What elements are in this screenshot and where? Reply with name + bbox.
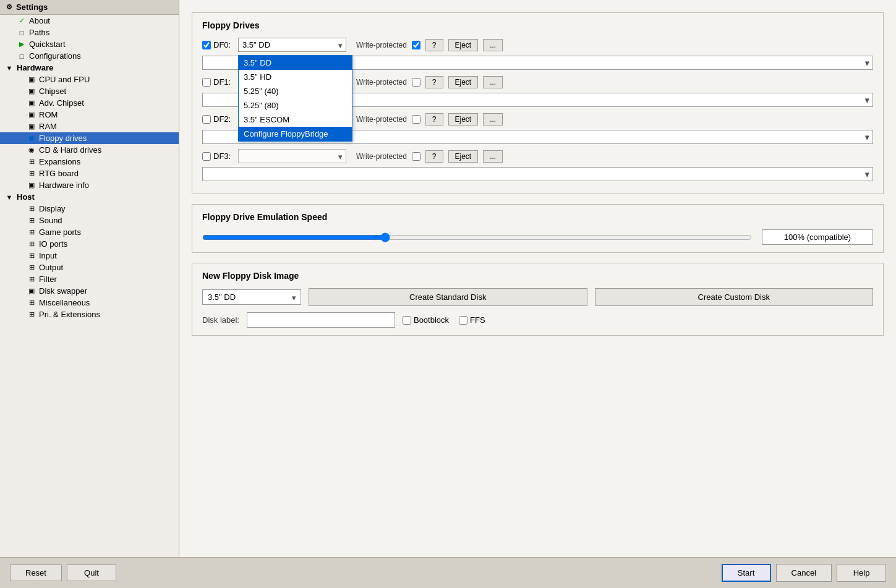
sidebar-item-input[interactable]: ⊞Input: [0, 250, 179, 262]
create-standard-disk-button[interactable]: Create Standard Disk: [309, 288, 587, 306]
sidebar-item-quickstart[interactable]: ▶Quickstart: [0, 38, 179, 50]
dropdown-option-3.5escom[interactable]: 3.5" ESCOM: [239, 113, 352, 127]
df3-write-protected-label: Write-protected: [356, 152, 407, 161]
game-ports-icon: ⊞: [27, 228, 36, 236]
sidebar-item-rtg-board[interactable]: ⊞RTG board: [0, 168, 179, 179]
sidebar-title-label: Settings: [16, 2, 48, 12]
sidebar-item-hardware-info[interactable]: ▣Hardware info: [0, 179, 179, 191]
dropdown-option-5.25-40[interactable]: 5.25" (40): [239, 84, 352, 98]
sidebar-item-floppy-drives[interactable]: ▣Floppy drives: [0, 132, 179, 144]
df3-question-button[interactable]: ?: [425, 150, 443, 163]
disk-label-input[interactable]: [247, 312, 395, 328]
sidebar-label-game-ports: Game ports: [39, 228, 81, 237]
sidebar-item-cd-hard-drives[interactable]: ◉CD & Hard drives: [0, 144, 179, 156]
df1-question-button[interactable]: ?: [425, 76, 443, 88]
df2-checkbox[interactable]: [202, 115, 211, 124]
sidebar-title: ⚙ Settings: [0, 0, 179, 15]
dropdown-option-3.5hd[interactable]: 3.5" HD: [239, 70, 352, 84]
df3-type-dropdown-wrapper[interactable]: [238, 149, 346, 163]
df3-checkbox[interactable]: [202, 152, 211, 161]
sidebar-label-sound: Sound: [39, 216, 62, 225]
sidebar-item-paths[interactable]: □Paths: [0, 27, 179, 38]
quit-button[interactable]: Quit: [67, 565, 116, 581]
df0-label-group: DF0:: [202, 40, 233, 49]
df0-question-button[interactable]: ?: [425, 39, 443, 51]
sidebar-item-io-ports[interactable]: ⊞IO ports: [0, 238, 179, 250]
df2-write-protected-checkbox[interactable]: [412, 115, 420, 124]
sidebar-item-host[interactable]: ▼Host: [0, 191, 179, 203]
disk-type-dropdown-wrapper[interactable]: 3.5" DD 3.5" HD 5.25" (40) 5.25" (80): [202, 289, 301, 305]
df0-checkbox[interactable]: [202, 41, 211, 49]
sidebar-item-pri-extensions[interactable]: ⊞Pri. & Extensions: [0, 309, 179, 320]
disk-type-select[interactable]: 3.5" DD 3.5" HD 5.25" (40) 5.25" (80): [202, 289, 301, 305]
df0-eject-button[interactable]: Eject: [448, 39, 479, 51]
df0-more-button[interactable]: ...: [483, 39, 503, 51]
sidebar-item-output[interactable]: ⊞Output: [0, 262, 179, 273]
sidebar-label-expansions: Expansions: [39, 157, 80, 166]
bottom-left-buttons: Reset Quit: [10, 565, 116, 581]
bootblock-checkbox[interactable]: [403, 316, 411, 325]
sidebar-item-rom[interactable]: ▣ROM: [0, 109, 179, 121]
df3-more-button[interactable]: ...: [483, 150, 503, 163]
sidebar-item-miscellaneous[interactable]: ⊞Miscellaneous: [0, 297, 179, 309]
sidebar-label-host: Host: [17, 192, 35, 202]
df1-more-button[interactable]: ...: [483, 76, 503, 88]
sidebar-item-disk-swapper[interactable]: ▣Disk swapper: [0, 285, 179, 297]
df1-label-group: DF1:: [202, 77, 233, 87]
dropdown-option-configure-floppybridge[interactable]: Configure FloppyBridge: [239, 127, 352, 141]
df3-eject-button[interactable]: Eject: [448, 150, 479, 163]
sidebar-item-display[interactable]: ⊞Display: [0, 203, 179, 215]
pri-extensions-icon: ⊞: [27, 310, 36, 318]
emulation-speed-section: Floppy Drive Emulation Speed 100% (compa…: [192, 204, 884, 253]
sidebar-item-filter[interactable]: ⊞Filter: [0, 273, 179, 285]
sidebar-label-input: Input: [39, 251, 57, 260]
df1-write-protected-checkbox[interactable]: [412, 78, 420, 87]
emulation-speed-title: Floppy Drive Emulation Speed: [202, 212, 873, 222]
dropdown-option-3.5dd[interactable]: 3.5" DD: [239, 56, 352, 70]
sidebar-item-configurations[interactable]: □Configurations: [0, 50, 179, 62]
rom-icon: ▣: [27, 111, 36, 119]
df0-write-protected-checkbox[interactable]: [412, 41, 420, 49]
df3-row: DF3: Write-protected ? Eject ...: [202, 149, 873, 163]
sidebar-label-paths: Paths: [29, 28, 49, 37]
hardware-info-icon: ▣: [27, 181, 36, 189]
dropdown-option-5.25-80[interactable]: 5.25" (80): [239, 98, 352, 113]
ffs-checkbox-item: FFS: [459, 315, 485, 325]
sidebar-item-cpu-fpu[interactable]: ▣CPU and FPU: [0, 74, 179, 85]
start-button[interactable]: Start: [722, 564, 771, 582]
sidebar-item-sound[interactable]: ⊞Sound: [0, 215, 179, 226]
cd-hard-drives-icon: ◉: [27, 146, 36, 154]
sidebar-item-adv-chipset[interactable]: ▣Adv. Chipset: [0, 97, 179, 109]
df0-type-select[interactable]: 3.5" DD 3.5" HD 5.25" (40) 5.25" (80) 3.…: [238, 38, 346, 52]
help-button[interactable]: Help: [837, 564, 886, 582]
df3-path-input[interactable]: [202, 167, 873, 181]
df2-more-button[interactable]: ...: [483, 113, 503, 126]
df3-label-group: DF3:: [202, 151, 233, 161]
create-custom-disk-button[interactable]: Create Custom Disk: [595, 288, 874, 306]
sidebar-item-ram[interactable]: ▣RAM: [0, 121, 179, 132]
sidebar-label-about: About: [29, 16, 50, 25]
sidebar-item-about[interactable]: ✓About: [0, 15, 179, 27]
df1-eject-button[interactable]: Eject: [448, 76, 479, 88]
sidebar-item-hardware[interactable]: ▼Hardware: [0, 62, 179, 74]
reset-button[interactable]: Reset: [10, 565, 62, 581]
sidebar-label-miscellaneous: Miscellaneous: [39, 298, 90, 307]
sidebar-label-hardware-info: Hardware info: [39, 181, 89, 190]
sidebar-item-game-ports[interactable]: ⊞Game ports: [0, 226, 179, 238]
emulation-speed-slider[interactable]: [202, 232, 752, 242]
ffs-checkbox[interactable]: [459, 316, 467, 325]
expansions-icon: ⊞: [27, 158, 36, 166]
sidebar-item-chipset[interactable]: ▣Chipset: [0, 85, 179, 97]
df2-question-button[interactable]: ?: [425, 113, 443, 126]
df3-write-protected-checkbox[interactable]: [412, 152, 420, 161]
io-ports-icon: ⊞: [27, 240, 36, 248]
df1-checkbox[interactable]: [202, 78, 211, 87]
sidebar-label-filter: Filter: [39, 275, 57, 284]
sidebar-item-expansions[interactable]: ⊞Expansions: [0, 156, 179, 168]
df2-eject-button[interactable]: Eject: [448, 113, 479, 126]
df0-type-dropdown-wrapper[interactable]: 3.5" DD 3.5" HD 5.25" (40) 5.25" (80) 3.…: [238, 38, 346, 52]
df3-type-select[interactable]: [238, 149, 346, 163]
checkbox-group: Bootblock FFS: [403, 315, 485, 325]
sidebar-label-hardware: Hardware: [17, 63, 53, 72]
cancel-button[interactable]: Cancel: [776, 564, 832, 582]
